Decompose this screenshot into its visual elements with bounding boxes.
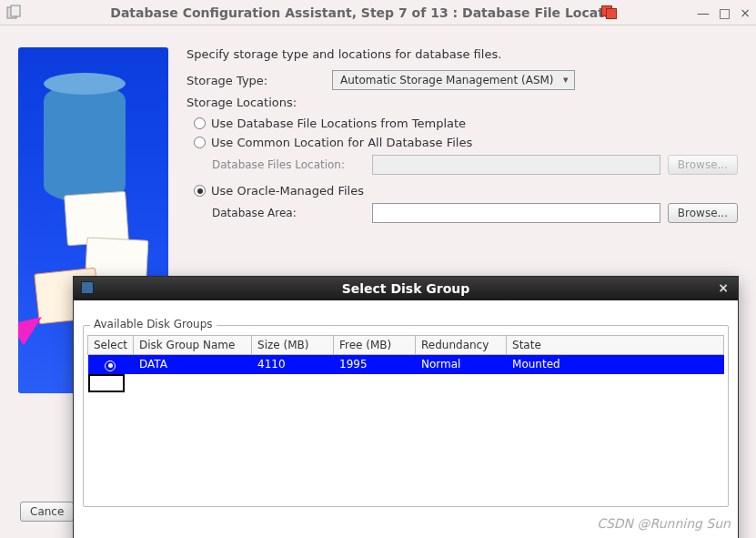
svg-rect-1 [11,5,20,16]
window-titlebar: Database Configuration Assistant, Step 7… [0,0,756,25]
window-title: Database Configuration Assistant, Step 7… [29,5,690,20]
db-area-input[interactable] [372,203,660,223]
maximize-button[interactable]: □ [719,6,731,19]
db-files-location-input [372,155,660,175]
watermark: CSDN @Running Sun [597,516,731,531]
dialog-icon [81,281,94,294]
radio-template[interactable] [194,117,206,129]
table-row[interactable]: DATA 4110 1995 Normal Mounted [88,355,724,374]
available-disk-groups-label: Available Disk Groups [90,318,217,330]
col-state[interactable]: State [507,336,724,355]
focus-cell[interactable] [88,374,125,392]
db-area-label: Database Area: [212,207,365,219]
col-free[interactable]: Free (MB) [334,336,416,355]
close-button[interactable]: × [740,6,751,19]
dialog-close-button[interactable]: × [718,280,729,295]
radio-template-label: Use Database File Locations from Templat… [211,117,466,130]
disk-groups-fieldset: Select Disk Group Name Size (MB) Free (M… [83,325,729,507]
radio-common-label: Use Common Location for All Database Fil… [211,136,472,149]
col-size[interactable]: Size (MB) [252,336,334,355]
browse-files-button: Browse... [668,155,738,175]
browse-area-button[interactable]: Browse... [668,203,738,223]
db-files-location-label: Database Files Location: [212,158,365,171]
col-name[interactable]: Disk Group Name [134,336,252,355]
dialog-title: Select Disk Group [342,281,470,296]
instruction-text: Specify storage type and locations for d… [186,47,738,61]
dialog-titlebar: Select Disk Group × [74,277,738,300]
minimize-button[interactable]: — [697,6,710,19]
storage-type-label: Storage Type: [186,74,332,87]
cancel-button[interactable]: Cance [20,502,74,522]
cell-name: DATA [134,355,252,374]
col-redundancy[interactable]: Redundancy [416,336,507,355]
radio-omf-label: Use Oracle-Managed Files [211,184,364,198]
row-select-radio[interactable] [105,360,116,371]
select-disk-group-dialog: Select Disk Group × Available Disk Group… [73,276,739,538]
storage-type-select[interactable]: Automatic Storage Management (ASM) [332,70,575,90]
radio-common[interactable] [194,137,206,148]
cell-state: Mounted [507,355,724,374]
storage-type-value: Automatic Storage Management (ASM) [340,74,554,86]
disk-groups-table: Select Disk Group Name Size (MB) Free (M… [87,335,724,392]
cell-redundancy: Normal [416,355,507,374]
overlap-windows-icon [601,5,620,20]
cell-size: 4110 [252,355,334,374]
app-icon [5,5,22,21]
table-row-empty [88,374,724,392]
storage-locations-label: Storage Locations: [186,96,738,109]
col-select[interactable]: Select [88,336,134,355]
radio-omf[interactable] [194,185,206,197]
cell-free: 1995 [334,355,416,374]
